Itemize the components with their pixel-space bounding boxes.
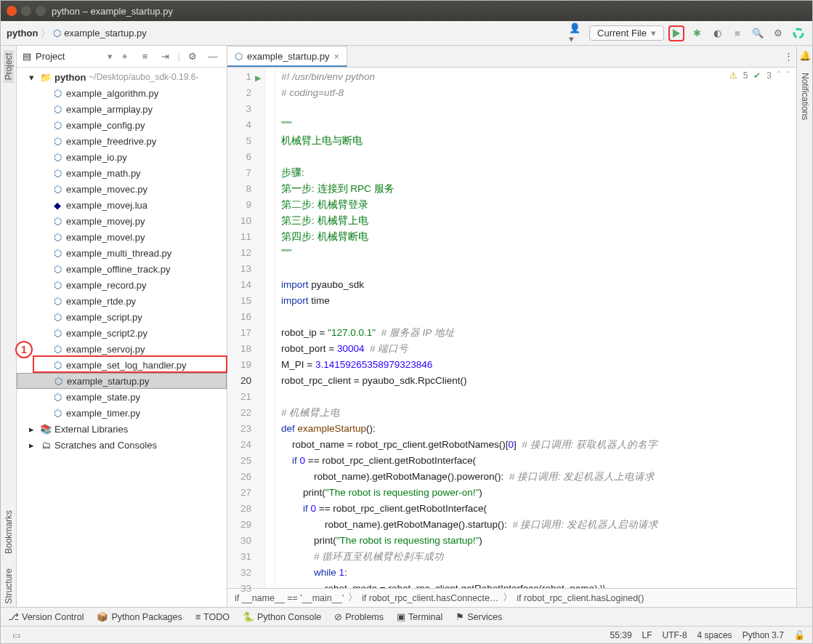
search-icon[interactable]: 🔍 [750,25,766,41]
file-example_movel-py[interactable]: ⬡example_movel.py [17,229,227,245]
tool-bookmarks[interactable]: Bookmarks [4,507,14,557]
fold-column[interactable] [265,68,275,588]
tool-project[interactable]: Project [4,50,14,83]
file-example_freedrive-py[interactable]: ⬡example_freedrive.py [17,133,227,149]
file-example_startup-py[interactable]: ⬡example_startup.py [17,373,227,389]
chevron-up-icon[interactable]: ˆ [777,71,780,81]
settings-icon[interactable]: ⚙ [770,25,786,41]
breadcrumb[interactable]: python 〉 ⬡ example_startup.py [7,27,147,40]
tool-todo[interactable]: ≡TODO [195,612,230,622]
tool-problems[interactable]: ⊘Problems [334,611,384,622]
hide-panel-icon[interactable]: — [205,49,221,65]
line-separator[interactable]: LF [642,630,652,640]
tool-terminal[interactable]: ▣Terminal [397,611,442,622]
right-tool-strip: 🔔 Notifications [796,46,812,607]
tab-actions-icon[interactable]: ⋮ [780,49,796,65]
file-encoding[interactable]: UTF-8 [663,630,687,640]
file-example_script-py[interactable]: ⬡example_script.py [17,309,227,325]
status-menu-icon[interactable]: ▭ [8,627,24,643]
tree-external-libraries[interactable]: ▸📚External Libraries [17,421,227,437]
status-bar: ▭ 55:39 LF UTF-8 4 spaces Python 3.7 🔓 [1,626,812,643]
file-example_multi_thread-py[interactable]: ⬡example_multi_thread.py [17,245,227,261]
stop-button[interactable]: ■ [729,25,745,41]
indent-settings[interactable]: 4 spaces [697,630,732,640]
interpreter[interactable]: Python 3.7 [743,630,784,640]
chevron-right-icon: 〉 [41,27,50,40]
tool-python-console[interactable]: 🐍Python Console [243,611,321,622]
file-example_state-py[interactable]: ⬡example_state.py [17,389,227,405]
chevron-down-icon[interactable]: ▾ [108,51,113,62]
inspection-widget[interactable]: ⚠5 ✔3 ˆ ˇ [729,71,789,81]
tool-structure[interactable]: Structure [4,565,14,607]
annotation-1: 1 [15,341,33,358]
debug-button[interactable]: ✱ [689,25,705,41]
run-button[interactable] [668,25,684,41]
window-title: python – example_startup.py [52,6,173,17]
folder-icon: ▤ [23,51,31,62]
file-example_io-py[interactable]: ⬡example_io.py [17,149,227,165]
tool-python-packages[interactable]: 📦Python Packages [97,611,182,622]
file-example_record-py[interactable]: ⬡example_record.py [17,277,227,293]
window-close-button[interactable] [7,6,17,16]
line-number-gutter[interactable]: ▶ 12345678910111213141516171819202122232… [227,68,265,588]
tool-services[interactable]: ⚑Services [456,611,502,622]
file-example_servoj-py[interactable]: ⬡example_servoj.py [17,341,227,357]
warning-icon: ⚠ [729,71,737,81]
left-tool-strip: Project Bookmarks Structure [1,46,17,607]
gear-icon[interactable]: ⚙ [185,49,201,65]
tab-example-startup[interactable]: ⬡ example_startup.py × [227,46,347,67]
tool-version-control[interactable]: ⎇Version Control [8,611,84,622]
tree-scratches-and-consoles[interactable]: ▸🗂Scratches and Consoles [17,437,227,453]
python-file-icon: ⬡ [53,28,61,39]
main-toolbar: python 〉 ⬡ example_startup.py 👤▾ Current… [1,21,812,46]
lock-icon[interactable]: 🔓 [794,630,805,640]
file-example_rtde-py[interactable]: ⬡example_rtde.py [17,293,227,309]
run-config-selector[interactable]: Current File ▾ [589,25,664,41]
file-example_movej-lua[interactable]: ◆example_movej.lua [17,197,227,213]
file-example_algorithm-py[interactable]: ⬡example_algorithm.py [17,85,227,101]
file-example_config-py[interactable]: ⬡example_config.py [17,117,227,133]
file-example_math-py[interactable]: ⬡example_math.py [17,165,227,181]
file-example_timer-py[interactable]: ⬡example_timer.py [17,405,227,421]
file-example_armplay-py[interactable]: ⬡example_armplay.py [17,101,227,117]
code-content[interactable]: #! /usr/bin/env python# coding=utf-8 """… [275,68,796,588]
check-icon: ✔ [753,71,761,81]
chevron-down-icon: ▾ [651,28,656,39]
file-example_set_log_handler-py[interactable]: ⬡example_set_log_handler.py [17,357,227,373]
close-tab-icon[interactable]: × [333,51,339,62]
expand-all-icon[interactable]: ≡ [137,49,153,65]
bottom-tool-bar: ⎇Version Control📦Python Packages≡TODO🐍Py… [1,607,812,626]
window-maximize-button[interactable] [36,6,46,16]
window-minimize-button[interactable] [21,6,31,16]
project-panel-title[interactable]: Project [36,51,103,62]
code-editor[interactable]: ▶ 12345678910111213141516171819202122232… [227,68,796,588]
collapse-all-icon[interactable]: ⇥ [158,49,174,65]
tool-notifications[interactable]: Notifications [800,70,810,123]
editor-area: ⬡ example_startup.py × ⋮ ▶ 1234567891011… [227,46,796,607]
breadcrumb-file[interactable]: example_startup.py [64,28,146,39]
project-tree[interactable]: ▾📁python~/Desktop/aubo_sdk-0.19.6-⬡examp… [17,68,227,607]
file-example_movej-py[interactable]: ⬡example_movej.py [17,213,227,229]
user-menu-icon[interactable]: 👤▾ [569,25,585,41]
chevron-down-icon[interactable]: ˇ [786,71,789,81]
bell-icon[interactable]: 🔔 [799,50,811,61]
cursor-position[interactable]: 55:39 [610,630,632,640]
project-sidebar: ▤ Project ▾ ⌖ ≡ ⇥ | ⚙ — ▾📁python~/Deskto… [17,46,227,607]
run-coverage-button[interactable]: ◐ [709,25,725,41]
os-titlebar: python – example_startup.py [1,1,812,21]
editor-tabs: ⬡ example_startup.py × ⋮ [227,46,796,68]
python-file-icon: ⬡ [235,51,243,62]
file-example_offline_track-py[interactable]: ⬡example_offline_track.py [17,261,227,277]
jetbrains-icon[interactable] [790,25,806,41]
editor-breadcrumb[interactable]: if __name__ == '__main__'〉 if robot_rpc_… [227,588,796,607]
file-example_movec-py[interactable]: ⬡example_movec.py [17,181,227,197]
svg-point-0 [794,29,803,38]
breadcrumb-root[interactable]: python [7,28,38,39]
file-example_script2-py[interactable]: ⬡example_script2.py [17,325,227,341]
run-gutter-icon[interactable]: ▶ [255,70,261,86]
select-open-file-icon[interactable]: ⌖ [117,49,133,65]
project-root[interactable]: ▾📁python~/Desktop/aubo_sdk-0.19.6- [17,69,227,85]
